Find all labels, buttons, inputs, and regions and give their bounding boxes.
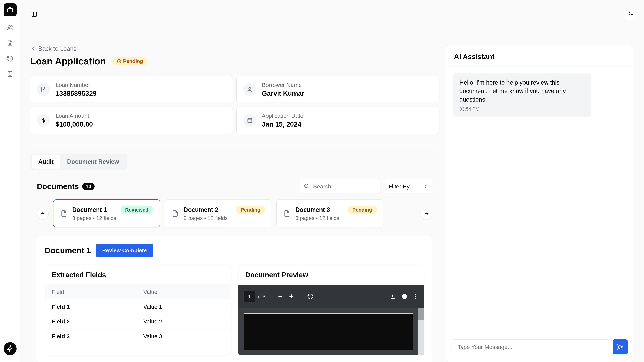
pdf-scroll-thumb[interactable] — [418, 308, 424, 320]
carousel-prev[interactable] — [37, 208, 49, 219]
calendar-icon — [243, 114, 256, 127]
theme-toggle[interactable] — [624, 8, 636, 20]
assistant-input[interactable] — [452, 339, 609, 355]
doc-sub: 3 pages • 12 fields — [72, 215, 153, 221]
detail-columns: Extracted Fields Field Value Field 1 — [45, 265, 424, 356]
message-time: 03:54 PM — [459, 106, 585, 112]
field-value: Value 1 — [137, 300, 231, 314]
doc-title: Document 3 — [295, 206, 330, 213]
doc-sub: 3 pages • 12 fields — [184, 215, 265, 221]
table-row: Field 1 Value 1 — [45, 300, 231, 314]
rotate-icon — [307, 293, 314, 300]
nav-building[interactable] — [6, 70, 14, 78]
pdf-toolbar: / 3 — [238, 285, 424, 308]
divider — [30, 144, 439, 144]
carousel-next[interactable] — [420, 208, 432, 219]
download-icon — [390, 293, 396, 300]
field-name: Field 2 — [45, 314, 137, 329]
document-preview-heading: Document Preview — [238, 265, 424, 285]
doc-status: Reviewed — [120, 206, 153, 214]
status-badge: Pending — [112, 57, 148, 65]
zoom-in[interactable] — [288, 293, 296, 301]
document-preview-panel: Document Preview / 3 — [238, 265, 424, 356]
content: Back to Loans Loan Application Pending L… — [20, 28, 644, 362]
send-button[interactable] — [613, 339, 628, 355]
documents-heading: Documents — [37, 182, 79, 191]
review-complete-button[interactable]: Review Complete — [96, 244, 153, 257]
document-card-3[interactable]: Document 3 Pending 3 pages • 12 fields — [276, 199, 384, 227]
borrower-value: Garvit Kumar — [262, 90, 304, 97]
th-value: Value — [137, 285, 231, 300]
arrow-right-icon — [424, 211, 429, 216]
document-card-2[interactable]: Document 2 Pending 3 pages • 12 fields — [165, 199, 272, 227]
more[interactable] — [411, 293, 419, 301]
clock-icon — [117, 59, 122, 63]
table-row: Field 2 Value 2 — [45, 314, 231, 329]
file-icon — [172, 210, 179, 217]
date-value: Jan 15, 2024 — [262, 120, 304, 128]
file-icon — [37, 83, 50, 96]
extracted-fields-panel: Extracted Fields Field Value Field 1 — [45, 265, 231, 356]
minus-icon — [277, 293, 284, 300]
tabs: Audit Document Review — [30, 153, 127, 170]
info-grid: Loan Number 13385895329 Borrower Name Ga… — [30, 76, 439, 134]
document-card-1[interactable]: Document 1 Reviewed 3 pages • 12 fields — [53, 199, 160, 227]
toggle-sidebar[interactable] — [28, 8, 40, 20]
field-name: Field 1 — [45, 300, 137, 314]
search-input[interactable] — [300, 179, 380, 193]
fields-table: Field Value Field 1 Value 1 Fi — [45, 285, 231, 344]
title-row: Loan Application Pending — [30, 56, 439, 66]
doc-sub: 3 pages • 12 fields — [295, 215, 377, 221]
separator — [271, 292, 271, 301]
download[interactable] — [389, 293, 397, 301]
rotate[interactable] — [306, 293, 314, 301]
svg-rect-0 — [8, 8, 12, 12]
quick-action[interactable] — [4, 342, 16, 355]
chevron-left-icon — [30, 46, 36, 52]
back-to-loans[interactable]: Back to Loans — [30, 45, 76, 52]
svg-point-9 — [415, 294, 416, 295]
message-text: Hello! I'm here to help you review this … — [459, 78, 585, 104]
print-icon — [401, 293, 408, 300]
filter-by-select[interactable]: Filter By — [384, 179, 432, 193]
svg-point-8 — [304, 184, 308, 188]
doc-title: Document 2 — [184, 206, 218, 213]
moon-icon — [627, 11, 633, 17]
info-date: Application Date Jan 15, 2024 — [236, 107, 439, 134]
nav-history[interactable] — [6, 55, 14, 63]
search-icon — [304, 183, 310, 190]
info-borrower: Borrower Name Garvit Kumar — [236, 76, 439, 103]
left-column: Back to Loans Loan Application Pending L… — [30, 45, 439, 362]
back-link-label: Back to Loans — [38, 45, 76, 52]
field-value: Value 2 — [137, 314, 231, 329]
arrow-left-icon — [40, 211, 46, 216]
document-cards: Document 1 Reviewed 3 pages • 12 fields … — [53, 199, 416, 227]
plus-icon — [288, 293, 295, 300]
nav-users[interactable] — [6, 24, 14, 32]
pdf-page[interactable] — [244, 313, 413, 350]
svg-rect-4 — [32, 12, 37, 16]
amount-label: Loan Amount — [56, 113, 93, 119]
app-logo[interactable] — [4, 3, 16, 16]
more-vertical-icon — [412, 293, 418, 300]
topbar — [20, 0, 644, 28]
documents-count: 10 — [82, 183, 94, 190]
svg-point-1 — [8, 26, 10, 28]
field-name: Field 3 — [45, 329, 137, 344]
page-title: Loan Application — [30, 56, 106, 66]
tab-document-review[interactable]: Document Review — [60, 155, 126, 169]
svg-point-11 — [415, 298, 416, 299]
pdf-page-input[interactable] — [244, 291, 255, 302]
search-wrap — [300, 179, 380, 193]
tab-audit[interactable]: Audit — [32, 155, 60, 169]
zoom-out[interactable] — [276, 293, 284, 301]
pdf-scrollbar[interactable] — [418, 308, 424, 355]
main: Back to Loans Loan Application Pending L… — [20, 0, 644, 362]
building-icon — [7, 71, 14, 77]
date-label: Application Date — [262, 113, 304, 119]
file-icon — [283, 210, 291, 217]
detail-title: Document 1 — [45, 246, 91, 255]
pdf-sep: / — [258, 294, 260, 300]
nav-file[interactable] — [6, 39, 14, 47]
print[interactable] — [400, 293, 408, 301]
